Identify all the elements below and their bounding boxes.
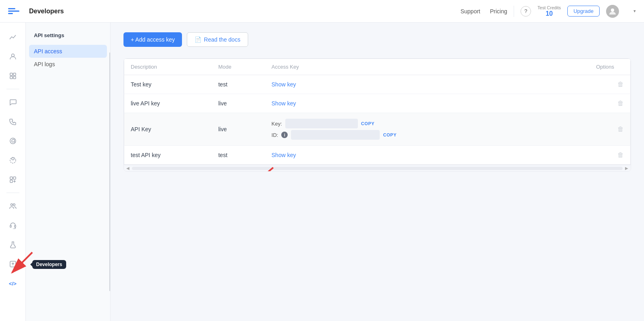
row4-description: test API key (124, 146, 212, 165)
svg-point-3 (611, 8, 614, 12)
help-button[interactable]: ? (521, 6, 531, 17)
info-icon[interactable]: i (281, 132, 288, 138)
key-value-box (285, 119, 358, 128)
sidebar-item-profile[interactable] (5, 152, 21, 168)
sidebar-vertical-divider (109, 52, 110, 291)
row3-mode: live (212, 113, 265, 146)
row2-description: live API key (124, 94, 212, 113)
col-description: Description (124, 59, 212, 75)
svg-rect-13 (13, 177, 16, 179)
test-credits-count: 10 (546, 10, 553, 17)
content-inner: + Add access key 📄 Read the docs Descrip… (111, 23, 644, 181)
nav-divider (514, 6, 514, 17)
sidebar-item-contacts[interactable] (5, 48, 21, 65)
row1-access-key: Show key (265, 75, 547, 94)
sidebar-item-analytics[interactable] (5, 29, 21, 45)
pricing-link[interactable]: Pricing (490, 8, 507, 15)
col-options: Options (547, 59, 631, 75)
svg-point-9 (10, 138, 16, 144)
id-row: ID: i COPY (272, 130, 541, 140)
read-docs-button[interactable]: 📄 Read the docs (187, 32, 248, 47)
scroll-track (132, 167, 623, 170)
row1-options: 🗑 (547, 75, 631, 94)
sidebar-item-developers[interactable]: </> Developers (5, 275, 21, 292)
row3-options: 🗑 (547, 113, 631, 146)
row1-mode: test (212, 75, 265, 94)
svg-rect-1 (8, 10, 19, 12)
sidebar-separator-1 (6, 89, 19, 89)
svg-rect-12 (10, 177, 13, 179)
row4-show-key-link[interactable]: Show key (272, 152, 296, 158)
secondary-sidebar-title: API settings (26, 32, 110, 45)
sidebar-item-headset[interactable] (5, 217, 21, 233)
user-chevron-icon[interactable]: ▾ (634, 8, 636, 14)
copy-id-button[interactable]: COPY (383, 132, 396, 137)
test-credits: Test Credits 10 (537, 5, 561, 17)
svg-rect-18 (15, 225, 16, 227)
key-label: Key: (272, 121, 282, 127)
svg-rect-14 (10, 180, 13, 183)
row1-description: Test key (124, 75, 212, 94)
sidebar-icons: </> Developers (0, 23, 26, 321)
row1-show-key-link[interactable]: Show key (272, 81, 296, 88)
table-row: Test key test Show key 🗑 (124, 75, 631, 94)
horizontal-scrollbar[interactable]: ◀ ▶ (124, 165, 631, 171)
api-keys-table: Description Mode Access Key Options Test… (124, 59, 631, 165)
svg-rect-5 (10, 73, 13, 76)
upgrade-button[interactable]: Upgrade (567, 6, 600, 17)
main-content: + Add access key 📄 Read the docs Descrip… (111, 23, 644, 321)
row2-access-key: Show key (265, 94, 547, 113)
sidebar-item-widgets[interactable] (5, 172, 21, 188)
col-access-key: Access Key (265, 59, 547, 75)
sidebar-item-labs[interactable] (5, 237, 21, 253)
test-credits-label: Test Credits (537, 5, 561, 10)
api-keys-table-wrapper: Description Mode Access Key Options Test… (123, 58, 631, 172)
table-row: live API key live Show key 🗑 (124, 94, 631, 113)
col-mode: Mode (212, 59, 265, 75)
sidebar-item-api-logs[interactable]: API logs (26, 58, 110, 71)
svg-rect-2 (8, 13, 13, 14)
sidebar-item-team[interactable] (5, 198, 21, 214)
page-title: Developers (29, 8, 454, 15)
svg-point-11 (10, 157, 16, 163)
id-value-box (291, 130, 380, 140)
sidebar-item-api-access[interactable]: API access (29, 45, 107, 58)
action-buttons: + Add access key 📄 Read the docs (123, 32, 631, 47)
svg-point-15 (10, 204, 13, 206)
nav-links: Support Pricing (460, 8, 507, 15)
scroll-right-arrow[interactable]: ▶ (623, 166, 631, 170)
row3-description: API Key (124, 113, 212, 146)
svg-point-16 (13, 204, 15, 206)
sidebar-separator-2 (6, 193, 19, 193)
read-docs-label: Read the docs (204, 36, 240, 43)
top-nav: Developers Support Pricing ? Test Credit… (0, 0, 644, 23)
svg-rect-7 (10, 76, 13, 79)
svg-point-4 (11, 54, 14, 57)
id-label: ID: (272, 132, 278, 138)
row2-show-key-link[interactable]: Show key (272, 100, 296, 107)
docs-icon: 📄 (194, 36, 201, 43)
row4-access-key: Show key (265, 146, 547, 165)
sidebar-item-conversations[interactable] (5, 94, 21, 110)
avatar (606, 5, 619, 18)
support-link[interactable]: Support (460, 8, 480, 15)
sidebar-item-whatsapp[interactable] (5, 133, 21, 149)
row4-delete-icon[interactable]: 🗑 (617, 151, 624, 158)
row2-delete-icon[interactable]: 🗑 (617, 100, 624, 107)
scroll-left-arrow[interactable]: ◀ (124, 166, 132, 170)
sidebar-item-upload[interactable] (5, 256, 21, 272)
sidebar-item-phone[interactable] (5, 113, 21, 130)
table-row: API Key live Key: COPY (124, 113, 631, 146)
table-row: test API key test Show key 🗑 (124, 146, 631, 165)
row2-options: 🗑 (547, 94, 631, 113)
add-access-key-button[interactable]: + Add access key (123, 32, 182, 47)
row4-mode: test (212, 146, 265, 165)
copy-key-button[interactable]: COPY (361, 121, 374, 126)
row3-delete-icon[interactable]: 🗑 (617, 126, 624, 132)
app-layout: </> Developers API settings API access A… (0, 23, 644, 321)
app-logo (8, 6, 19, 16)
svg-rect-0 (8, 8, 15, 9)
row1-delete-icon[interactable]: 🗑 (617, 81, 624, 88)
svg-rect-17 (10, 225, 11, 227)
sidebar-item-apps[interactable] (5, 68, 21, 84)
